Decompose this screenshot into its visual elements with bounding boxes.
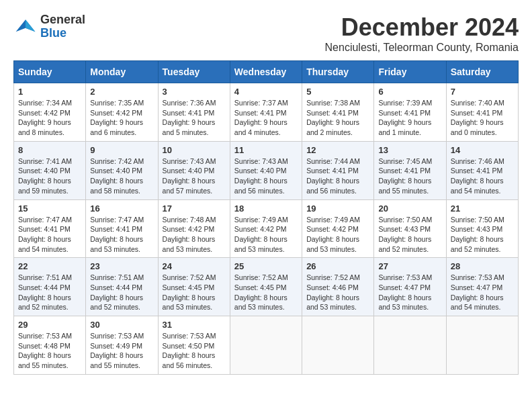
day-number: 27 bbox=[378, 261, 441, 271]
day-number: 18 bbox=[234, 203, 298, 214]
day-cell-30: 30Sunrise: 7:53 AMSunset: 4:49 PMDayligh… bbox=[86, 316, 158, 375]
day-number: 15 bbox=[18, 203, 81, 214]
cell-info: Sunrise: 7:52 AMSunset: 4:45 PMDaylight:… bbox=[234, 273, 288, 311]
cell-info: Sunrise: 7:51 AMSunset: 4:44 PMDaylight:… bbox=[90, 273, 144, 311]
title-area: December 2024 Nenciulesti, Teleorman Cou… bbox=[325, 13, 519, 54]
cell-info: Sunrise: 7:49 AMSunset: 4:42 PMDaylight:… bbox=[306, 216, 360, 253]
day-number: 8 bbox=[18, 145, 81, 155]
day-cell-16: 16Sunrise: 7:47 AMSunset: 4:41 PMDayligh… bbox=[86, 199, 158, 258]
cell-info: Sunrise: 7:42 AMSunset: 4:40 PMDaylight:… bbox=[90, 157, 144, 195]
cell-info: Sunrise: 7:53 AMSunset: 4:48 PMDaylight:… bbox=[18, 332, 72, 369]
empty-cell bbox=[446, 316, 518, 375]
day-cell-24: 24Sunrise: 7:52 AMSunset: 4:45 PMDayligh… bbox=[158, 258, 230, 316]
calendar-table: SundayMondayTuesdayWednesdayThursdayFrid… bbox=[13, 60, 519, 375]
day-cell-15: 15Sunrise: 7:47 AMSunset: 4:41 PMDayligh… bbox=[14, 199, 86, 258]
day-number: 1 bbox=[18, 87, 81, 97]
day-cell-28: 28Sunrise: 7:53 AMSunset: 4:47 PMDayligh… bbox=[446, 258, 518, 316]
cell-info: Sunrise: 7:43 AMSunset: 4:40 PMDaylight:… bbox=[234, 157, 288, 195]
cell-info: Sunrise: 7:52 AMSunset: 4:46 PMDaylight:… bbox=[306, 273, 360, 311]
day-cell-9: 9Sunrise: 7:42 AMSunset: 4:40 PMDaylight… bbox=[86, 141, 158, 199]
week-row-4: 22Sunrise: 7:51 AMSunset: 4:44 PMDayligh… bbox=[14, 258, 519, 316]
cell-info: Sunrise: 7:35 AMSunset: 4:42 PMDaylight:… bbox=[90, 99, 144, 136]
cell-info: Sunrise: 7:38 AMSunset: 4:41 PMDaylight:… bbox=[306, 99, 360, 136]
cell-info: Sunrise: 7:50 AMSunset: 4:43 PMDaylight:… bbox=[451, 216, 504, 253]
day-cell-19: 19Sunrise: 7:49 AMSunset: 4:42 PMDayligh… bbox=[302, 199, 374, 258]
cell-info: Sunrise: 7:53 AMSunset: 4:49 PMDaylight:… bbox=[90, 332, 144, 369]
day-number: 29 bbox=[18, 320, 81, 330]
day-number: 5 bbox=[306, 87, 369, 97]
location-title: Nenciulesti, Teleorman County, Romania bbox=[325, 42, 519, 54]
week-row-3: 15Sunrise: 7:47 AMSunset: 4:41 PMDayligh… bbox=[14, 199, 519, 258]
day-number: 13 bbox=[378, 145, 441, 155]
day-cell-23: 23Sunrise: 7:51 AMSunset: 4:44 PMDayligh… bbox=[86, 258, 158, 316]
day-cell-12: 12Sunrise: 7:44 AMSunset: 4:41 PMDayligh… bbox=[302, 141, 374, 199]
day-number: 23 bbox=[90, 261, 153, 271]
logo-bird-icon bbox=[13, 15, 38, 39]
day-number: 19 bbox=[306, 203, 369, 214]
week-row-1: 1Sunrise: 7:34 AMSunset: 4:42 PMDaylight… bbox=[14, 83, 519, 142]
day-cell-20: 20Sunrise: 7:50 AMSunset: 4:43 PMDayligh… bbox=[374, 199, 446, 258]
logo-text: General Blue bbox=[40, 13, 85, 40]
empty-cell bbox=[230, 316, 302, 375]
day-cell-17: 17Sunrise: 7:48 AMSunset: 4:42 PMDayligh… bbox=[158, 199, 230, 258]
day-cell-31: 31Sunrise: 7:53 AMSunset: 4:50 PMDayligh… bbox=[158, 316, 230, 375]
day-cell-18: 18Sunrise: 7:49 AMSunset: 4:42 PMDayligh… bbox=[230, 199, 302, 258]
cell-info: Sunrise: 7:44 AMSunset: 4:41 PMDaylight:… bbox=[306, 157, 360, 195]
day-cell-3: 3Sunrise: 7:36 AMSunset: 4:41 PMDaylight… bbox=[158, 83, 230, 142]
cell-info: Sunrise: 7:45 AMSunset: 4:41 PMDaylight:… bbox=[378, 157, 432, 195]
cell-info: Sunrise: 7:46 AMSunset: 4:41 PMDaylight:… bbox=[451, 157, 504, 195]
day-cell-7: 7Sunrise: 7:40 AMSunset: 4:41 PMDaylight… bbox=[446, 83, 518, 142]
cell-info: Sunrise: 7:37 AMSunset: 4:41 PMDaylight:… bbox=[234, 99, 288, 136]
day-number: 31 bbox=[163, 320, 226, 330]
cell-info: Sunrise: 7:49 AMSunset: 4:42 PMDaylight:… bbox=[234, 216, 288, 253]
cell-info: Sunrise: 7:39 AMSunset: 4:41 PMDaylight:… bbox=[378, 99, 432, 136]
col-header-wednesday: Wednesday bbox=[230, 61, 302, 83]
cell-info: Sunrise: 7:36 AMSunset: 4:41 PMDaylight:… bbox=[163, 99, 216, 136]
svg-marker-1 bbox=[26, 19, 35, 32]
col-header-sunday: Sunday bbox=[14, 61, 86, 83]
cell-info: Sunrise: 7:50 AMSunset: 4:43 PMDaylight:… bbox=[378, 216, 432, 253]
logo: General Blue bbox=[13, 13, 85, 40]
day-cell-29: 29Sunrise: 7:53 AMSunset: 4:48 PMDayligh… bbox=[14, 316, 86, 375]
col-header-monday: Monday bbox=[86, 61, 158, 83]
week-row-5: 29Sunrise: 7:53 AMSunset: 4:48 PMDayligh… bbox=[14, 316, 519, 375]
day-cell-2: 2Sunrise: 7:35 AMSunset: 4:42 PMDaylight… bbox=[86, 83, 158, 142]
day-number: 25 bbox=[234, 261, 298, 271]
cell-info: Sunrise: 7:41 AMSunset: 4:40 PMDaylight:… bbox=[18, 157, 72, 195]
day-number: 21 bbox=[451, 203, 514, 214]
day-number: 16 bbox=[90, 203, 153, 214]
month-title: December 2024 bbox=[325, 13, 519, 42]
day-cell-6: 6Sunrise: 7:39 AMSunset: 4:41 PMDaylight… bbox=[374, 83, 446, 142]
cell-info: Sunrise: 7:34 AMSunset: 4:42 PMDaylight:… bbox=[18, 99, 72, 136]
cell-info: Sunrise: 7:53 AMSunset: 4:47 PMDaylight:… bbox=[378, 273, 432, 311]
cell-info: Sunrise: 7:53 AMSunset: 4:50 PMDaylight:… bbox=[163, 332, 216, 369]
cell-info: Sunrise: 7:40 AMSunset: 4:41 PMDaylight:… bbox=[451, 99, 504, 136]
day-number: 26 bbox=[306, 261, 369, 271]
day-number: 17 bbox=[163, 203, 226, 214]
cell-info: Sunrise: 7:47 AMSunset: 4:41 PMDaylight:… bbox=[18, 216, 72, 253]
day-cell-27: 27Sunrise: 7:53 AMSunset: 4:47 PMDayligh… bbox=[374, 258, 446, 316]
empty-cell bbox=[302, 316, 374, 375]
day-number: 7 bbox=[451, 87, 514, 97]
col-header-tuesday: Tuesday bbox=[158, 61, 230, 83]
day-number: 24 bbox=[163, 261, 226, 271]
day-number: 11 bbox=[234, 145, 298, 155]
header-row: SundayMondayTuesdayWednesdayThursdayFrid… bbox=[14, 61, 519, 83]
day-cell-25: 25Sunrise: 7:52 AMSunset: 4:45 PMDayligh… bbox=[230, 258, 302, 316]
day-cell-4: 4Sunrise: 7:37 AMSunset: 4:41 PMDaylight… bbox=[230, 83, 302, 142]
day-number: 20 bbox=[378, 203, 441, 214]
day-number: 6 bbox=[378, 87, 441, 97]
day-number: 28 bbox=[451, 261, 514, 271]
day-cell-26: 26Sunrise: 7:52 AMSunset: 4:46 PMDayligh… bbox=[302, 258, 374, 316]
day-cell-14: 14Sunrise: 7:46 AMSunset: 4:41 PMDayligh… bbox=[446, 141, 518, 199]
cell-info: Sunrise: 7:53 AMSunset: 4:47 PMDaylight:… bbox=[451, 273, 504, 311]
cell-info: Sunrise: 7:43 AMSunset: 4:40 PMDaylight:… bbox=[163, 157, 216, 195]
empty-cell bbox=[374, 316, 446, 375]
cell-info: Sunrise: 7:47 AMSunset: 4:41 PMDaylight:… bbox=[90, 216, 144, 253]
col-header-friday: Friday bbox=[374, 61, 446, 83]
day-cell-5: 5Sunrise: 7:38 AMSunset: 4:41 PMDaylight… bbox=[302, 83, 374, 142]
day-number: 3 bbox=[163, 87, 226, 97]
day-cell-8: 8Sunrise: 7:41 AMSunset: 4:40 PMDaylight… bbox=[14, 141, 86, 199]
day-cell-10: 10Sunrise: 7:43 AMSunset: 4:40 PMDayligh… bbox=[158, 141, 230, 199]
day-number: 2 bbox=[90, 87, 153, 97]
